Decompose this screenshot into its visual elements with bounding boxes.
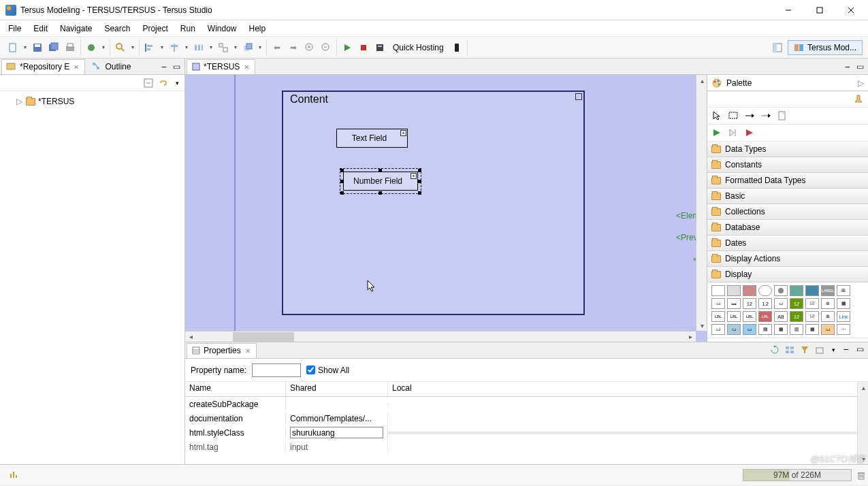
palette-item[interactable]: ▦	[837, 298, 850, 309]
menu-run[interactable]: Run	[175, 22, 201, 35]
show-all-input[interactable]	[306, 366, 315, 374]
palette-item[interactable]	[711, 285, 725, 296]
drawer-dates[interactable]: Dates	[707, 236, 868, 251]
align-center-dropdown[interactable]: ▾	[183, 44, 190, 50]
perspective-button[interactable]: Tersus Mod...	[788, 40, 863, 55]
expand-icon[interactable]: ▷	[16, 97, 23, 106]
maximize-view-button[interactable]: ▭	[854, 344, 865, 355]
show-all-checkbox[interactable]: Show All	[306, 366, 349, 375]
palette-item[interactable]: ⊞	[837, 285, 850, 296]
minimize-editor-button[interactable]: ‒	[842, 61, 853, 72]
minimize-view-button[interactable]: ‒	[841, 344, 852, 355]
close-icon[interactable]: ✕	[72, 63, 80, 71]
palette-item[interactable]: LBL	[743, 311, 756, 322]
pin-icon[interactable]	[853, 94, 864, 105]
drawer-database[interactable]: Database	[707, 220, 868, 236]
cell-edit-input[interactable]	[290, 427, 383, 438]
filter-button[interactable]	[799, 344, 811, 356]
size-button[interactable]	[216, 40, 231, 55]
new-button[interactable]	[5, 40, 20, 55]
palette-item[interactable]: AB	[774, 311, 788, 322]
cell-local[interactable]	[388, 417, 868, 420]
heap-status[interactable]: 97M of 226M	[743, 469, 852, 481]
editor-tab-tersus[interactable]: *TERSUS ✕	[187, 59, 255, 74]
table-row-selected[interactable]: html.styleClass	[185, 425, 868, 440]
order-button[interactable]	[240, 40, 255, 55]
back-button[interactable]: ⬅	[270, 40, 285, 55]
device-icon[interactable]	[449, 40, 464, 55]
text-field-element[interactable]: Text Field +	[336, 129, 408, 148]
scroll-thumb[interactable]	[233, 332, 294, 342]
run-tool[interactable]	[711, 127, 722, 138]
property-name-input[interactable]	[252, 363, 301, 377]
palette-item[interactable]: ▥	[790, 324, 803, 335]
debug-button[interactable]	[84, 40, 99, 55]
tab-properties[interactable]: Properties ✕	[187, 343, 257, 358]
tree-item-tersus[interactable]: ▷ *TERSUS	[5, 95, 179, 108]
menu-project[interactable]: Project	[137, 22, 173, 35]
palette-item[interactable]: ⋯	[837, 324, 850, 335]
palette-item[interactable]: ▭	[727, 324, 741, 335]
palette-item[interactable]: ⊚	[821, 298, 835, 309]
palette-item[interactable]: 12	[790, 298, 803, 309]
palette-collapse-arrow[interactable]: ▷	[858, 78, 864, 88]
run-button[interactable]	[340, 40, 355, 55]
content-container[interactable]: Content Text Field + Number Field +	[282, 91, 585, 315]
table-row[interactable]: createSubPackage	[185, 397, 868, 411]
collapse-all-button[interactable]	[142, 77, 155, 89]
step-tool[interactable]	[728, 127, 739, 138]
menu-navigate[interactable]: Navigate	[54, 22, 97, 35]
link-editor-button[interactable]	[157, 77, 170, 89]
link-tool[interactable]	[760, 110, 771, 121]
palette-item[interactable]: Link	[837, 311, 850, 322]
select-tool[interactable]	[711, 110, 722, 121]
menu-edit[interactable]: Edit	[28, 22, 53, 35]
save-button[interactable]	[30, 40, 45, 55]
drawer-display-actions[interactable]: Display Actions	[707, 251, 868, 267]
drawer-display[interactable]: Display	[707, 267, 868, 282]
restore-defaults-button[interactable]	[814, 344, 826, 356]
maximize-editor-button[interactable]: ▭	[854, 61, 865, 72]
collapse-icon[interactable]	[575, 93, 582, 100]
palette-item[interactable]: LBL	[711, 311, 725, 322]
forward-button[interactable]: ➡	[286, 40, 301, 55]
table-row[interactable]: documentation Common/Templates/...	[185, 411, 868, 425]
scroll-up-arrow[interactable]: ▴	[858, 382, 868, 393]
zoom-in-button[interactable]	[302, 40, 317, 55]
zoom-out-button[interactable]	[319, 40, 334, 55]
palette-item[interactable]: ▭	[774, 298, 788, 309]
number-field-element[interactable]: Number Field +	[343, 172, 418, 191]
align-dropdown[interactable]: ▾	[159, 44, 165, 50]
tab-repository-explorer[interactable]: *Repository E ✕	[1, 59, 85, 74]
menu-search[interactable]: Search	[99, 22, 135, 35]
palette-item[interactable]: ▭	[821, 324, 835, 335]
scroll-down-arrow[interactable]: ▾	[858, 453, 868, 464]
view-menu-button[interactable]: ▾	[172, 77, 182, 89]
palette-item[interactable]: ▤	[758, 324, 772, 335]
categories-button[interactable]	[784, 344, 796, 356]
open-perspective-button[interactable]	[770, 40, 785, 55]
palette-item[interactable]	[774, 285, 788, 296]
palette-item[interactable]: ⊕	[821, 311, 835, 322]
new-dropdown[interactable]: ▾	[22, 44, 29, 50]
close-icon[interactable]: ✕	[242, 63, 251, 71]
save-all-button[interactable]	[46, 40, 61, 55]
palette-item[interactable]: ☑	[805, 311, 819, 322]
cell-local[interactable]	[388, 446, 868, 449]
debug-dropdown[interactable]: ▾	[100, 44, 107, 50]
palette-item[interactable]: ▦	[774, 324, 788, 335]
palette-item[interactable]: 12	[743, 298, 756, 309]
vertical-scrollbar[interactable]: ▴ ▾	[696, 75, 707, 331]
flow-tool[interactable]	[744, 110, 755, 121]
palette-item[interactable]: LBL	[727, 311, 741, 322]
cell-local[interactable]	[388, 432, 868, 434]
drawer-constants[interactable]: Constants	[707, 157, 868, 173]
palette-item[interactable]	[758, 285, 772, 296]
size-dropdown[interactable]: ▾	[232, 44, 239, 50]
cell-shared-editing[interactable]	[286, 425, 388, 440]
palette-item[interactable]: LABEL	[821, 285, 835, 296]
align-center-button[interactable]	[167, 40, 182, 55]
order-dropdown[interactable]: ▾	[257, 44, 263, 50]
tab-outline[interactable]: Outline	[86, 59, 135, 74]
palette-item[interactable]: •••	[727, 298, 741, 309]
